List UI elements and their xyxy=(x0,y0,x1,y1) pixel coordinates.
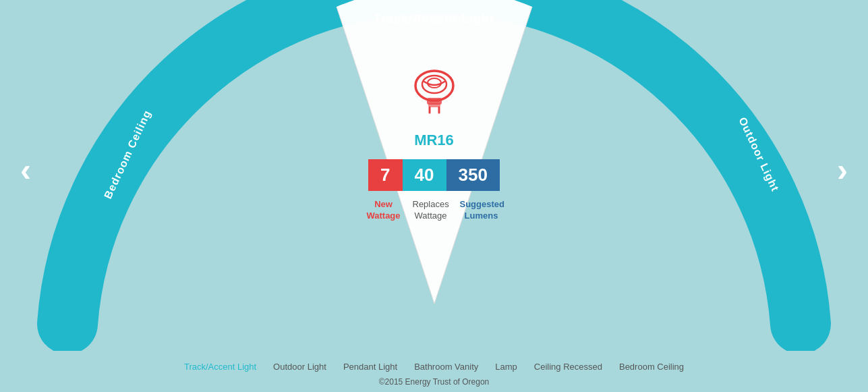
stat-new-wattage: 7 xyxy=(368,159,402,191)
wedge-content: MR16 7 40 350 NewWattage ReplacesWattage… xyxy=(340,64,529,222)
nav-link-bathroom-vanity[interactable]: Bathroom Vanity xyxy=(414,362,478,372)
nav-link-track-accent[interactable]: Track/Accent Light xyxy=(184,362,256,372)
nav-arrow-left[interactable]: ‹ xyxy=(20,150,31,188)
svg-point-2 xyxy=(428,78,441,88)
nav-link-lamp[interactable]: Lamp xyxy=(495,362,517,372)
nav-link-pendant[interactable]: Pendant Light xyxy=(343,362,397,372)
stat-suggested-lumens: 350 xyxy=(446,159,500,191)
copyright: ©2015 Energy Trust of Oregon xyxy=(379,377,490,387)
stat-label-new: NewWattage xyxy=(360,199,407,222)
bottom-nav: Track/Accent Light Outdoor Light Pendant… xyxy=(184,362,684,372)
arc-top-label: Track/Accent Light xyxy=(374,12,494,26)
bulb-name: MR16 xyxy=(340,132,529,149)
nav-link-outdoor[interactable]: Outdoor Light xyxy=(273,362,326,372)
stat-label-replaces: ReplacesWattage xyxy=(407,199,455,222)
stat-replaces-wattage: 40 xyxy=(403,159,446,191)
stat-label-lumens: SuggestedLumens xyxy=(455,199,509,222)
stats-row: 7 40 350 xyxy=(340,159,529,191)
nav-link-ceiling-recessed[interactable]: Ceiling Recessed xyxy=(534,362,602,372)
nav-arrow-right[interactable]: › xyxy=(837,150,848,188)
nav-link-bedroom-ceiling[interactable]: Bedroom Ceiling xyxy=(619,362,684,372)
bulb-icon xyxy=(404,64,465,125)
stat-labels: NewWattage ReplacesWattage SuggestedLume… xyxy=(340,199,529,222)
